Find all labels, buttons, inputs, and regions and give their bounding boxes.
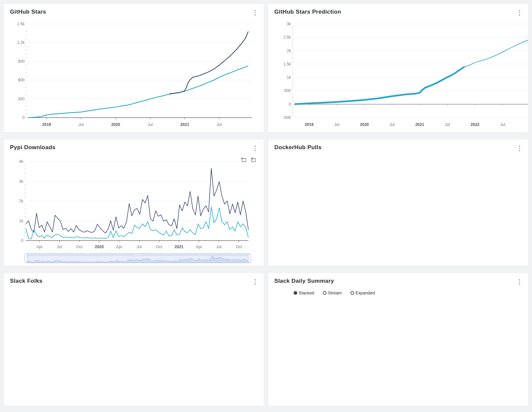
svg-text:500: 500 — [284, 88, 291, 93]
svg-text:Apr: Apr — [36, 245, 43, 249]
svg-text:-500: -500 — [283, 115, 291, 120]
svg-text:Jul: Jul — [445, 122, 450, 127]
svg-text:2019: 2019 — [42, 122, 51, 127]
legend-label: Expanded — [355, 290, 375, 295]
github-stars-prediction-chart[interactable]: -50005001k1.5k2k2.5k3k2019Jul2020Jul2021… — [274, 19, 522, 130]
card-slack-daily-summary: Slack Daily Summary Stacked Stream Expan… — [268, 273, 528, 406]
svg-text:2020: 2020 — [111, 122, 120, 127]
svg-text:2020: 2020 — [95, 245, 104, 249]
svg-text:2k: 2k — [287, 49, 291, 53]
svg-text:1.5k: 1.5k — [283, 62, 291, 66]
data-zoom-slider[interactable] — [26, 253, 250, 263]
legend-label: Stacked — [299, 290, 314, 295]
svg-text:900: 900 — [18, 59, 25, 64]
dashboard: GitHub Stars 03006009001.2k1.5k2019Jul20… — [0, 0, 532, 410]
svg-text:Jul: Jul — [216, 245, 221, 249]
svg-text:1.5k: 1.5k — [17, 22, 25, 26]
card-title: GitHub Stars — [10, 9, 46, 15]
card-title: Slack Folks — [10, 278, 43, 284]
svg-text:1k: 1k — [19, 219, 24, 223]
card-slack-folks: Slack Folks — [4, 273, 264, 406]
card-dockerhub-pulls: DockerHub Pulls — [268, 140, 528, 266]
svg-text:Jul: Jul — [334, 122, 339, 127]
svg-text:1.2k: 1.2k — [17, 40, 25, 45]
pypi-downloads-chart[interactable]: 01k2k3k4kAprJulOct2020AprJulOct2021AprJu… — [10, 155, 258, 252]
svg-text:2021: 2021 — [180, 122, 189, 127]
svg-text:Jul: Jul — [148, 122, 153, 127]
svg-text:3k: 3k — [19, 179, 24, 184]
svg-text:3k: 3k — [287, 22, 291, 26]
slack-folks-treemap[interactable] — [10, 289, 253, 399]
svg-text:300: 300 — [18, 97, 25, 101]
ring-circle-icon — [350, 291, 354, 295]
svg-text:2020: 2020 — [360, 122, 369, 127]
card-title: DockerHub Pulls — [274, 144, 322, 151]
svg-text:Jul: Jul — [137, 245, 142, 249]
card-title: Slack Daily Summary — [274, 278, 334, 284]
svg-text:2k: 2k — [19, 199, 24, 203]
svg-text:Oct: Oct — [156, 245, 162, 249]
legend-item-stream[interactable]: Stream — [323, 290, 342, 295]
svg-text:Jul: Jul — [78, 122, 83, 127]
card-title: GitHub Stars Prediction — [274, 9, 341, 15]
card-pypi-downloads: Pypi Downloads 01k2k3k4kAprJulOct2020Apr… — [4, 140, 264, 266]
kebab-menu-icon[interactable] — [517, 278, 522, 286]
ring-circle-icon — [323, 291, 327, 295]
svg-text:0: 0 — [289, 102, 291, 107]
svg-text:600: 600 — [18, 78, 25, 82]
card-title: Pypi Downloads — [10, 144, 56, 151]
kebab-menu-icon[interactable] — [517, 9, 522, 17]
svg-text:Jul: Jul — [217, 122, 222, 127]
svg-text:Apr: Apr — [196, 245, 202, 249]
svg-text:2022: 2022 — [470, 122, 479, 127]
data-zoom-icon[interactable] — [240, 157, 246, 162]
slider-grip-handle[interactable] — [132, 254, 144, 256]
svg-text:0: 0 — [22, 115, 25, 120]
svg-text:0: 0 — [21, 238, 23, 243]
legend-label: Stream — [328, 290, 342, 295]
kebab-menu-icon[interactable] — [253, 278, 258, 286]
svg-text:2021: 2021 — [415, 122, 424, 127]
slider-left-handle[interactable] — [25, 254, 28, 262]
svg-text:Jul: Jul — [500, 122, 505, 127]
card-github-stars-prediction: GitHub Stars Prediction -50005001k1.5k2k… — [268, 4, 528, 132]
svg-text:Jul: Jul — [57, 245, 62, 249]
kebab-menu-icon[interactable] — [517, 144, 522, 153]
legend-item-stacked[interactable]: Stacked — [294, 290, 314, 295]
svg-text:2019: 2019 — [305, 122, 314, 127]
chart-legend: Stacked Stream Expanded — [294, 289, 522, 296]
legend-item-expanded[interactable]: Expanded — [350, 290, 375, 295]
slider-right-handle[interactable] — [248, 254, 251, 262]
kebab-menu-icon[interactable] — [253, 144, 258, 153]
filled-circle-icon — [294, 291, 297, 295]
svg-text:4k: 4k — [19, 159, 24, 164]
svg-text:2.5k: 2.5k — [283, 35, 291, 40]
restore-icon[interactable] — [250, 157, 256, 162]
svg-text:Oct: Oct — [76, 245, 82, 249]
svg-text:Apr: Apr — [116, 245, 122, 249]
svg-text:Oct: Oct — [236, 245, 242, 249]
svg-text:2021: 2021 — [175, 245, 184, 249]
svg-text:Jul: Jul — [389, 122, 394, 127]
github-stars-chart[interactable]: 03006009001.2k1.5k2019Jul2020Jul2021Jul — [10, 19, 258, 130]
svg-text:1k: 1k — [287, 75, 291, 80]
kebab-menu-icon[interactable] — [253, 9, 258, 17]
card-github-stars: GitHub Stars 03006009001.2k1.5k2019Jul20… — [4, 4, 264, 132]
